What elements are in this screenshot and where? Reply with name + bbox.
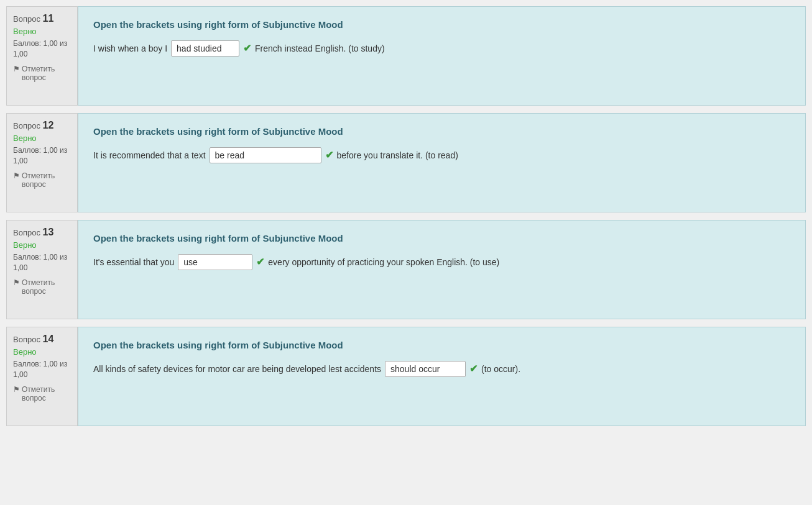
sentence-line-11: I wish when a boy I✔French instead Engli… xyxy=(93,40,790,58)
flag-button-11[interactable]: ⚑Отметить вопрос xyxy=(13,65,71,82)
points-text-13: Баллов: 1,00 из 1,00 xyxy=(13,252,71,273)
sidebar-panel-11: Вопрос 11ВерноБаллов: 1,00 из 1,00⚑Отмет… xyxy=(6,6,78,106)
sentence-after-11: French instead English. (to study) xyxy=(255,41,385,57)
content-panel-14: Open the brackets using right form of Su… xyxy=(78,327,806,426)
sentence-after-12: before you translate it. (to read) xyxy=(337,148,458,163)
question-title-11: Open the brackets using right form of Su… xyxy=(93,19,790,30)
answer-input-12[interactable] xyxy=(210,147,321,163)
flag-button-13[interactable]: ⚑Отметить вопрос xyxy=(13,278,71,296)
answer-input-11[interactable] xyxy=(171,40,239,57)
sidebar-panel-13: Вопрос 13ВерноБаллов: 1,00 из 1,00⚑Отмет… xyxy=(6,220,78,319)
flag-button-14[interactable]: ⚑Отметить вопрос xyxy=(13,385,71,403)
flag-icon-14: ⚑ xyxy=(13,385,20,394)
sentence-before-13: It's essential that you xyxy=(93,255,174,270)
sentence-after-13: every opportunity of practicing your spo… xyxy=(268,255,499,270)
check-icon-14: ✔ xyxy=(469,360,478,378)
sentence-before-14: All kinds of safety devices for motor ca… xyxy=(93,362,381,377)
points-text-12: Баллов: 1,00 из 1,00 xyxy=(13,145,71,166)
question-title-14: Open the brackets using right form of Su… xyxy=(93,340,790,350)
sidebar-panel-12: Вопрос 12ВерноБаллов: 1,00 из 1,00⚑Отмет… xyxy=(6,113,78,212)
flag-icon-12: ⚑ xyxy=(13,171,20,180)
flag-label-14: Отметить вопрос xyxy=(22,385,71,403)
answer-input-13[interactable] xyxy=(178,254,252,270)
status-correct-11: Верно xyxy=(13,27,71,36)
status-correct-14: Верно xyxy=(13,347,71,357)
question-title-12: Open the brackets using right form of Su… xyxy=(93,126,790,137)
question-row-12: Вопрос 12ВерноБаллов: 1,00 из 1,00⚑Отмет… xyxy=(6,113,806,212)
status-correct-12: Верно xyxy=(13,134,71,143)
page-wrapper: Вопрос 11ВерноБаллов: 1,00 из 1,00⚑Отмет… xyxy=(0,0,812,432)
sentence-line-14: All kinds of safety devices for motor ca… xyxy=(93,360,790,378)
status-correct-13: Верно xyxy=(13,240,71,250)
question-number-label-13: Вопрос 13 xyxy=(13,227,71,238)
sentence-after-14: (to occur). xyxy=(481,362,520,377)
question-row-14: Вопрос 14ВерноБаллов: 1,00 из 1,00⚑Отмет… xyxy=(6,327,806,426)
flag-label-13: Отметить вопрос xyxy=(22,278,71,296)
content-panel-13: Open the brackets using right form of Su… xyxy=(78,220,806,319)
flag-icon-13: ⚑ xyxy=(13,278,20,287)
question-number-label-11: Вопрос 11 xyxy=(13,13,71,24)
flag-icon-11: ⚑ xyxy=(13,65,20,73)
question-row-13: Вопрос 13ВерноБаллов: 1,00 из 1,00⚑Отмет… xyxy=(6,220,806,319)
flag-button-12[interactable]: ⚑Отметить вопрос xyxy=(13,171,71,189)
content-panel-12: Open the brackets using right form of Su… xyxy=(78,113,806,212)
flag-label-11: Отметить вопрос xyxy=(22,65,71,82)
sentence-line-13: It's essential that you✔every opportunit… xyxy=(93,253,790,271)
points-text-14: Баллов: 1,00 из 1,00 xyxy=(13,359,71,380)
sidebar-panel-14: Вопрос 14ВерноБаллов: 1,00 из 1,00⚑Отмет… xyxy=(6,327,78,426)
check-icon-13: ✔ xyxy=(256,253,264,271)
sentence-before-12: It is recommended that a text xyxy=(93,148,206,163)
question-number-label-12: Вопрос 12 xyxy=(13,120,71,131)
check-icon-11: ✔ xyxy=(243,40,251,58)
question-row-11: Вопрос 11ВерноБаллов: 1,00 из 1,00⚑Отмет… xyxy=(6,6,806,106)
question-title-13: Open the brackets using right form of Su… xyxy=(93,233,790,243)
check-icon-12: ✔ xyxy=(325,147,333,165)
sentence-before-11: I wish when a boy I xyxy=(93,41,167,57)
sentence-line-12: It is recommended that a text✔before you… xyxy=(93,147,790,165)
content-panel-11: Open the brackets using right form of Su… xyxy=(78,6,806,106)
answer-input-14[interactable] xyxy=(385,361,466,377)
question-number-label-14: Вопрос 14 xyxy=(13,334,71,345)
points-text-11: Баллов: 1,00 из 1,00 xyxy=(13,39,71,60)
flag-label-12: Отметить вопрос xyxy=(22,171,71,189)
